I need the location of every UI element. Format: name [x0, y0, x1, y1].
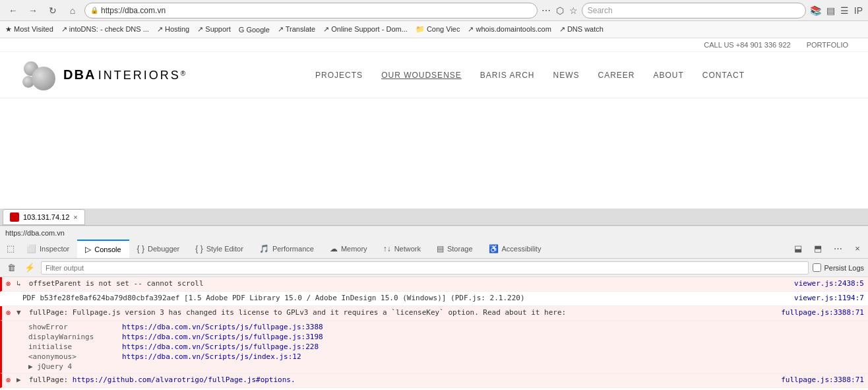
persist-logs-checkbox[interactable]: [813, 263, 821, 272]
dock-side-button[interactable]: ⬒: [810, 241, 826, 257]
back-button[interactable]: ←: [5, 3, 21, 18]
tab-storage[interactable]: ▤ Storage: [429, 240, 481, 258]
tab-inspector[interactable]: ⬜ Inspector: [18, 240, 77, 258]
tab-close-button[interactable]: ×: [73, 213, 77, 221]
tab-performance-label: Performance: [272, 245, 314, 253]
bookmarks-bar: ★ Most Visited ↗ intoDNS: - check DNS ..…: [0, 21, 868, 38]
portfolio-link[interactable]: PORTFOLIO: [807, 41, 848, 49]
site-header: DBA INTERIORS® PROJECTS OUR WOUDSENSE BA…: [0, 52, 868, 98]
bookmark-support[interactable]: ↗ Support: [197, 25, 231, 34]
debugger-icon: { }: [137, 244, 144, 253]
sidebar-icon[interactable]: ▤: [826, 5, 835, 16]
msg-source-1[interactable]: viewer.js:2438:5: [794, 279, 864, 288]
tab-style-editor[interactable]: { } Style Editor: [187, 240, 251, 258]
tab-memory[interactable]: ☁ Memory: [322, 240, 375, 258]
indent-row-initialise: initialise https://dba.com.vn/Scripts/js…: [28, 342, 868, 352]
expand-arrow-3[interactable]: ▼: [16, 308, 24, 317]
indent-row-display-warnings: displayWarnings https://dba.com.vn/Scrip…: [28, 332, 868, 342]
tab-debugger[interactable]: { } Debugger: [129, 240, 188, 258]
indent-label-show-error: showError: [28, 323, 114, 331]
logo-spheres: [20, 59, 59, 92]
network-icon: ↑↓: [383, 244, 391, 253]
msg-source-3[interactable]: fullpage.js:3388:71: [781, 308, 864, 317]
bottom-url: https://dba.com.vn: [5, 229, 65, 237]
browser-toolbar: ← → ↻ ⌂ 🔒 https://dba.com.vn ⋯ ⬡ ☆ Searc…: [0, 0, 868, 21]
console-msg-1: ⊗ ↳ offsetParent is not set -- cannot sc…: [0, 277, 868, 292]
home-button[interactable]: ⌂: [65, 3, 80, 18]
bookmark-dns-watch[interactable]: ↗ DNS watch: [559, 25, 604, 34]
indent-label-display-warnings: displayWarnings: [28, 333, 114, 341]
console-messages: ⊗ ↳ offsetParent is not set -- cannot sc…: [0, 277, 868, 390]
msg-text-3: fullPage: Fullpage.js version 3 has chan…: [24, 308, 776, 317]
nav-our-woudsense[interactable]: OUR WOUDSENSE: [381, 71, 462, 80]
indent-label-anonymous: <anonymous>: [28, 352, 114, 361]
lock-icon: 🔒: [90, 7, 98, 14]
filter-input[interactable]: [41, 261, 809, 275]
nav-career[interactable]: CAREER: [598, 71, 635, 80]
star-icon[interactable]: ☆: [569, 5, 578, 16]
pocket-icon[interactable]: ⬡: [556, 5, 564, 16]
browser-tab[interactable]: 103.131.74.12 ×: [3, 209, 85, 225]
performance-icon: 🎵: [259, 244, 269, 253]
console-msg-3: ⊗ ▼ fullPage: Fullpage.js version 3 has …: [0, 306, 868, 321]
tab-network[interactable]: ↑↓ Network: [375, 240, 429, 258]
forward-button[interactable]: →: [25, 3, 41, 18]
bookmark-translate[interactable]: ↗ Translate: [278, 25, 315, 34]
bookmark-online-support[interactable]: ↗ Online Support - Dom...: [323, 25, 408, 34]
tab-console-label: Console: [94, 245, 121, 253]
error-icon-1: ⊗: [6, 279, 16, 288]
address-bar[interactable]: 🔒 https://dba.com.vn: [84, 3, 538, 18]
devtools-pick-element[interactable]: ⬚: [3, 241, 18, 257]
tab-style-editor-label: Style Editor: [206, 245, 243, 253]
console-icon: ▷: [85, 245, 91, 254]
expand-arrow-4[interactable]: ▶: [16, 375, 24, 384]
msg-source-2[interactable]: viewer.js:1194:7: [794, 294, 864, 302]
filter-button[interactable]: ⚡: [22, 261, 37, 275]
nav-news[interactable]: NEWS: [553, 71, 580, 80]
bookmark-google[interactable]: G Google: [239, 26, 270, 34]
search-placeholder: Search: [588, 6, 613, 15]
search-bar[interactable]: Search: [582, 3, 806, 18]
nav-projects[interactable]: PROJECTS: [315, 71, 363, 80]
reload-button[interactable]: ↻: [45, 3, 61, 18]
url-bar-bottom: https://dba.com.vn: [0, 226, 868, 239]
console-msg-3-group: ⊗ ▼ fullPage: Fullpage.js version 3 has …: [0, 306, 868, 374]
reader-icon[interactable]: ☰: [840, 5, 849, 16]
close-devtools-button[interactable]: ×: [850, 241, 865, 257]
tab-accessibility-label: Accessibility: [502, 245, 542, 253]
msg-text-1: offsetParent is not set -- cannot scroll: [24, 279, 789, 288]
msg-source-4[interactable]: fullpage.js:3388:71: [781, 375, 864, 384]
bookmark-whois[interactable]: ↗ whois.domaintools.com: [468, 25, 551, 34]
tab-memory-label: Memory: [341, 245, 367, 253]
tab-accessibility[interactable]: ♿ Accessibility: [481, 240, 549, 258]
clear-console-button[interactable]: 🗑: [4, 261, 18, 275]
nav-about[interactable]: ABOUT: [654, 71, 684, 80]
console-toolbar: 🗑 ⚡ Persist Logs: [0, 259, 868, 277]
fullpage-link[interactable]: https://github.com/alvarotrigo/fullPage.…: [73, 375, 295, 384]
more-options-button[interactable]: ⋯: [830, 241, 846, 257]
ip-icon[interactable]: IP: [854, 5, 863, 16]
bookmark-cong-viec[interactable]: 📁 Cong Viec: [416, 25, 460, 34]
error-icon-3: ⊗: [6, 308, 16, 317]
tab-favicon: [10, 212, 19, 222]
menu-dots-icon[interactable]: ⋯: [542, 5, 551, 16]
error-icon-4: ⊗: [6, 375, 16, 385]
indent-link-display-warnings[interactable]: https://dba.com.vn/Scripts/js/fullpage.j…: [122, 333, 323, 341]
library-icon[interactable]: 📚: [810, 5, 821, 16]
nav-baris-arch[interactable]: BARIS ARCH: [480, 71, 535, 80]
nav-contact[interactable]: CONTACT: [702, 71, 745, 80]
expand-arrow-1[interactable]: ↳: [16, 279, 24, 288]
tab-network-label: Network: [394, 245, 421, 253]
bookmark-most-visited[interactable]: ★ Most Visited: [5, 25, 53, 34]
tab-performance[interactable]: 🎵 Performance: [251, 240, 322, 258]
indent-row-anonymous: <anonymous> https://dba.com.vn/Scripts/j…: [28, 352, 868, 362]
console-msg-2: PDF b53fe28fe8af624ba79d80cbfa392aef [1.…: [0, 292, 868, 306]
indent-link-initialise[interactable]: https://dba.com.vn/Scripts/js/fullpage.j…: [122, 342, 319, 351]
indent-link-show-error[interactable]: https://dba.com.vn/Scripts/js/fullpage.j…: [122, 323, 323, 331]
indent-link-anonymous[interactable]: https://dba.com.vn/Scripts/js/index.js:1…: [122, 352, 301, 361]
bookmark-hosting[interactable]: ↗ Hosting: [157, 25, 189, 34]
console-msg-4: ⊗ ▶ fullPage: https://github.com/alvarot…: [0, 374, 868, 388]
bookmark-intodns[interactable]: ↗ intoDNS: - check DNS ...: [61, 25, 149, 34]
tab-console[interactable]: ▷ Console: [77, 240, 129, 258]
dock-bottom-button[interactable]: ⬓: [790, 241, 806, 257]
